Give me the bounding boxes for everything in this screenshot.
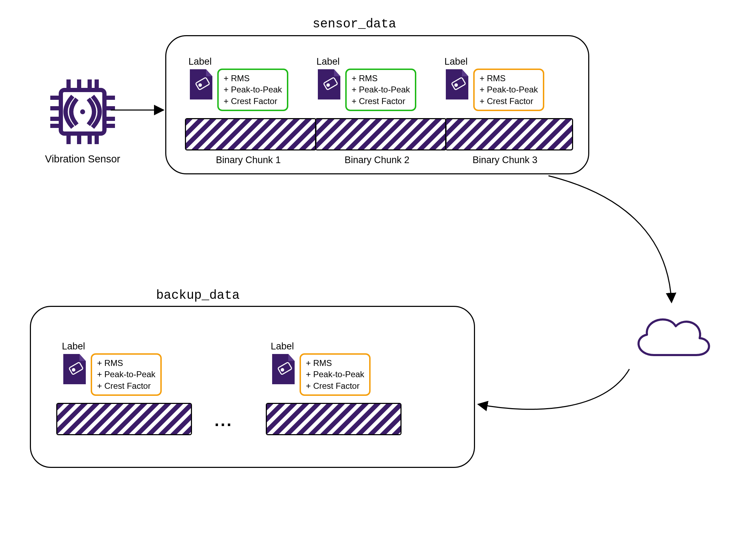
- chunk-1-label-word: Label: [188, 56, 287, 67]
- svg-rect-27: [316, 119, 445, 149]
- svg-point-20: [199, 83, 202, 87]
- file-label-icon: [271, 353, 296, 385]
- chunk-1-caption: Binary Chunk 1: [216, 155, 281, 166]
- chunk-1: Label + RMS + Peak-to-Peak + Crest Facto…: [188, 56, 287, 111]
- backup-chunk-1: Label + RMS + Peak-to-Peak + Crest Facto…: [62, 341, 160, 396]
- svg-point-17: [80, 109, 85, 114]
- backup-chunk-2: Label + RMS + Peak-to-Peak + Crest Facto…: [271, 341, 369, 396]
- chunk-2: Label + RMS + Peak-to-Peak + Crest Facto…: [316, 56, 415, 111]
- file-label-icon: [188, 69, 214, 100]
- svg-rect-28: [446, 119, 572, 149]
- backup-chunk-1-metrics: + RMS + Peak-to-Peak + Crest Factor: [91, 353, 162, 396]
- chunk-3-metrics: + RMS + Peak-to-Peak + Crest Factor: [473, 69, 544, 111]
- arrow-sensor-to-data: [109, 103, 169, 117]
- binary-chunk-1-bar: [185, 118, 316, 150]
- svg-point-24: [455, 83, 458, 87]
- chunk-3: Label + RMS + Peak-to-Peak + Crest Facto…: [444, 56, 543, 111]
- file-label-icon: [316, 69, 342, 100]
- sensor-data-title: sensor_data: [308, 17, 401, 31]
- backup-chunk-2-metrics: + RMS + Peak-to-Peak + Crest Factor: [300, 353, 371, 396]
- chunk-2-label-word: Label: [316, 56, 415, 67]
- file-label-icon: [62, 353, 87, 385]
- arrow-cloud-to-backup: [471, 362, 636, 432]
- chunk-3-caption: Binary Chunk 3: [473, 155, 538, 166]
- ellipsis: ...: [214, 411, 233, 430]
- svg-point-32: [281, 368, 284, 372]
- vibration-sensor: Vibration Sensor: [39, 77, 127, 165]
- svg-point-30: [72, 368, 76, 372]
- chunk-2-caption: Binary Chunk 2: [345, 155, 410, 166]
- chunk-2-metrics: + RMS + Peak-to-Peak + Crest Factor: [345, 69, 416, 111]
- arrow-data-to-cloud: [527, 172, 703, 316]
- svg-point-22: [327, 83, 330, 87]
- backup-data-title: backup_data: [151, 288, 245, 303]
- svg-rect-26: [186, 119, 315, 149]
- chunk-1-metrics: + RMS + Peak-to-Peak + Crest Factor: [217, 69, 288, 111]
- svg-rect-34: [267, 404, 400, 434]
- chunk-3-label-word: Label: [444, 56, 543, 67]
- binary-chunk-3-bar: [445, 118, 573, 150]
- backup-bar-1: [56, 403, 192, 435]
- cloud-icon: [629, 306, 714, 366]
- binary-chunk-2-bar: [315, 118, 447, 150]
- sensor-chip-icon: [47, 77, 118, 147]
- backup-bar-2: [266, 403, 402, 435]
- file-label-icon: [444, 69, 470, 100]
- svg-rect-33: [57, 404, 191, 434]
- vibration-sensor-label: Vibration Sensor: [39, 153, 127, 165]
